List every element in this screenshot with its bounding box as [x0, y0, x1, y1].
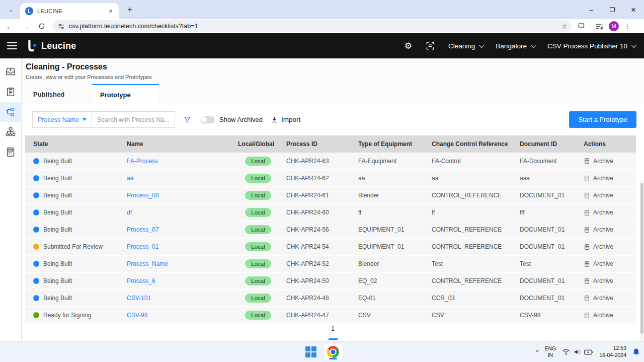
- hamburger-menu-icon[interactable]: [7, 42, 17, 49]
- process-name-link[interactable]: aa: [127, 175, 133, 182]
- filter-row: Process Name Show Archived Import Start …: [32, 111, 636, 128]
- status-dot-icon: [33, 278, 39, 284]
- search-input[interactable]: [92, 111, 175, 128]
- sidebar-item-processes[interactable]: [0, 102, 22, 122]
- reading-list-icon[interactable]: [595, 23, 604, 30]
- tab-search-chevron-icon[interactable]: ⌄: [4, 3, 18, 17]
- process-name-link[interactable]: Process_6: [127, 277, 155, 284]
- user-role-dropdown[interactable]: CSV Process Publisher 10: [547, 42, 635, 50]
- archive-button[interactable]: Archive: [584, 295, 632, 302]
- minimize-button[interactable]: –: [581, 0, 602, 19]
- sidebar-item-ontology[interactable]: [0, 122, 22, 142]
- battery-icon[interactable]: [584, 349, 593, 355]
- chrome-menu-icon[interactable]: ⋮: [624, 22, 631, 30]
- process-name-link[interactable]: Process_07: [127, 226, 158, 233]
- url-text[interactable]: csv.platform.leucinetech.com/checklists?…: [69, 23, 561, 30]
- process-name-link[interactable]: Process_Name: [127, 260, 168, 267]
- status-dot-icon: [33, 175, 39, 181]
- page-number[interactable]: 1: [331, 325, 335, 332]
- speaker-icon[interactable]: [573, 348, 581, 355]
- archive-button[interactable]: Archive: [584, 277, 632, 284]
- process-name-link[interactable]: Process_08: [127, 192, 158, 199]
- tab-published[interactable]: Published: [25, 84, 92, 104]
- import-label: Import: [281, 116, 300, 123]
- search-field-selector[interactable]: Process Name: [32, 111, 92, 128]
- taskbar-clock[interactable]: 12:53 16-04-2024: [599, 345, 626, 358]
- process-table: State Name Local/Global Process ID Type …: [25, 135, 636, 324]
- report-book-icon: [5, 147, 16, 158]
- process-name-link[interactable]: df: [127, 209, 132, 216]
- use-case-dropdown[interactable]: Cleaning: [448, 42, 482, 50]
- import-button[interactable]: Import: [271, 116, 300, 123]
- scan-icon[interactable]: [425, 41, 435, 51]
- scrollbar[interactable]: [640, 181, 643, 362]
- equipment-cell: Blender: [354, 187, 428, 204]
- tray-overflow-chevron-icon[interactable]: ^: [536, 349, 538, 355]
- tab-prototype[interactable]: Prototype: [92, 84, 159, 104]
- scrollbar-thumb[interactable]: [640, 183, 643, 334]
- start-button[interactable]: [301, 343, 320, 360]
- process-name-link[interactable]: CSV-98: [127, 312, 147, 319]
- archive-button[interactable]: Archive: [584, 175, 632, 182]
- chrome-taskbar-button[interactable]: [324, 343, 343, 360]
- archive-button[interactable]: Archive: [584, 226, 632, 233]
- equipment-cell: EQUIPMENT_01: [354, 221, 428, 238]
- sitemap-icon: [5, 126, 16, 137]
- new-tab-button[interactable]: +: [123, 3, 137, 17]
- status-dot-icon: [33, 244, 39, 250]
- sidebar-item-reports[interactable]: [0, 142, 22, 162]
- profile-avatar[interactable]: M: [609, 21, 619, 31]
- status-label: Being Built: [43, 158, 72, 165]
- reload-button[interactable]: [35, 20, 48, 32]
- archive-button[interactable]: Archive: [584, 243, 632, 250]
- archive-label: Archive: [593, 312, 613, 319]
- sidebar-item-inbox[interactable]: [0, 61, 22, 82]
- change-control-cell: ff: [428, 204, 516, 221]
- archive-icon: [584, 295, 590, 302]
- process-id-cell: CHK-APR24-50: [282, 272, 354, 289]
- start-prototype-button[interactable]: Start a Prototype: [569, 111, 636, 128]
- sidebar-item-checklists[interactable]: [0, 82, 22, 102]
- archive-button[interactable]: Archive: [584, 260, 632, 267]
- language-indicator[interactable]: ENG IN: [545, 345, 556, 358]
- archive-icon: [584, 192, 590, 199]
- process-name-link[interactable]: Process_01: [127, 243, 158, 250]
- bookmark-star-icon[interactable]: ☆: [561, 22, 568, 30]
- archive-button[interactable]: Archive: [584, 312, 632, 319]
- table-row: Being Built CSV-101 Local CHK-APR24-48 E…: [25, 289, 636, 307]
- archive-button[interactable]: Archive: [584, 158, 632, 165]
- forward-button[interactable]: →: [19, 20, 32, 32]
- equipment-cell: aa: [354, 170, 428, 187]
- settings-gear-icon[interactable]: ⚙: [405, 41, 412, 51]
- filter-funnel-icon[interactable]: [183, 115, 192, 124]
- notification-bell-icon[interactable]: [632, 348, 640, 356]
- browser-tab[interactable]: L LEUCINE ✕: [20, 3, 119, 19]
- scope-badge: Local: [245, 276, 271, 285]
- leucine-logo-icon: [26, 40, 37, 52]
- close-window-button[interactable]: ✕: [623, 0, 644, 19]
- page-subtitle: Create, view or edit your Processes and …: [26, 74, 152, 80]
- wifi-icon[interactable]: [562, 348, 570, 355]
- facility-dropdown[interactable]: Bangalore: [496, 42, 534, 50]
- back-button[interactable]: ←: [3, 20, 16, 32]
- document-id-cell: Test: [516, 255, 580, 272]
- archive-button[interactable]: Archive: [584, 209, 632, 216]
- time: 12:53: [599, 345, 626, 352]
- site-settings-icon[interactable]: [57, 23, 65, 30]
- status-dot-icon: [33, 312, 39, 318]
- address-bar[interactable]: csv.platform.leucinetech.com/checklists?…: [52, 20, 572, 32]
- extensions-icon[interactable]: [577, 22, 585, 30]
- change-control-cell: CONTROL_REFERENCE: [428, 238, 516, 255]
- process-name-link[interactable]: CSV-101: [127, 295, 151, 302]
- maximize-button[interactable]: [602, 0, 623, 19]
- chevron-down-icon: [531, 43, 536, 48]
- col-actions: Actions: [580, 135, 636, 153]
- process-name-link[interactable]: FA-Process: [127, 158, 158, 165]
- show-archived-toggle[interactable]: [201, 116, 215, 123]
- status-label: Being Built: [43, 277, 72, 284]
- archive-button[interactable]: Archive: [584, 192, 632, 199]
- change-control-cell: aa: [428, 170, 516, 187]
- table-row: Being Built Process_08 Local CHK-APR24-6…: [25, 187, 636, 204]
- table-row: Being Built Process_Name Local CHK-APR24…: [25, 255, 636, 272]
- tab-close-icon[interactable]: ✕: [107, 7, 115, 15]
